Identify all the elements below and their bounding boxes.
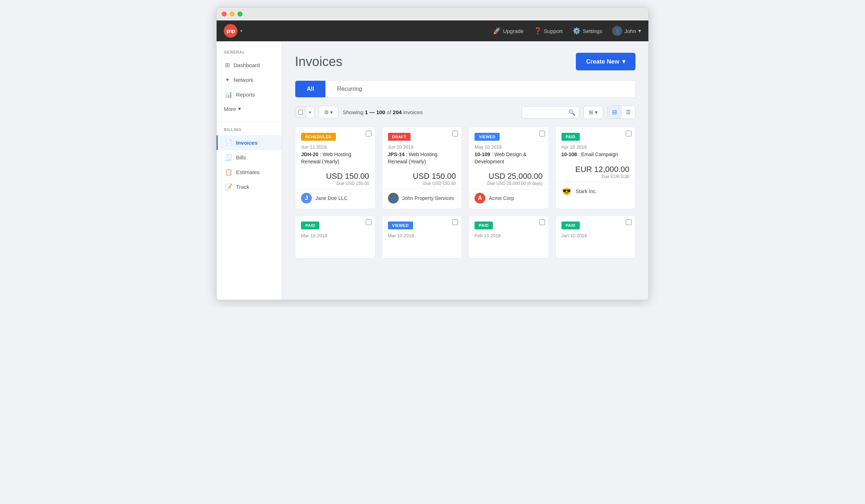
sidebar-item-reports[interactable]: 📊 Reports: [217, 87, 282, 102]
logo-caret-icon[interactable]: ▾: [240, 28, 242, 33]
card-checkbox[interactable]: [366, 219, 371, 225]
client-name: Acme Corp: [489, 195, 514, 201]
minimize-btn[interactable]: [230, 11, 235, 17]
bills-icon: 🧾: [225, 154, 232, 161]
logo[interactable]: pnp: [224, 24, 237, 38]
card-due: Due USD 25,000.00 (8 days): [475, 181, 543, 186]
card-checkbox[interactable]: [366, 131, 371, 136]
toolbar: ▾ ⚙ ▾ Showing 1 — 100 of 204 invoices 🔍: [295, 106, 635, 119]
tabs-bar: All Recurring: [295, 80, 635, 98]
select-all-checkbox[interactable]: [298, 110, 303, 115]
create-new-button[interactable]: Create New ▾: [576, 53, 635, 70]
tab-recurring[interactable]: Recurring: [325, 81, 373, 97]
showing-text: Showing 1 — 100 of 204 invoices: [343, 109, 517, 115]
sidebar-item-invoices[interactable]: 📄 Invoices: [217, 135, 282, 150]
card-amount: USD 150.00: [388, 172, 456, 181]
card-checkbox[interactable]: [626, 219, 632, 225]
bulk-actions-button[interactable]: ⚙ ▾: [319, 106, 338, 119]
card-amount: USD 150.00: [301, 172, 369, 181]
card-due: Due USD 150.00: [301, 181, 369, 186]
card-checkbox[interactable]: [539, 219, 545, 225]
maximize-btn[interactable]: [237, 11, 242, 17]
sidebar-item-bills[interactable]: 🧾 Bills: [217, 150, 282, 165]
sidebar-item-estimates[interactable]: 📋 Estimates: [217, 165, 282, 179]
card-date: Apr 10 2018: [561, 144, 630, 150]
card-due: Due USD 150.00: [388, 181, 456, 186]
support-button[interactable]: ❓ Support: [534, 27, 563, 35]
client-name: John Property Services: [402, 195, 454, 201]
invoices-icon: 📄: [225, 139, 232, 146]
avatar: 👤: [612, 26, 622, 36]
user-menu[interactable]: 👤 John ▾: [612, 26, 641, 36]
card-body: Jun 10 2018 JPS-14 : Web Hosting Renewal…: [382, 141, 462, 165]
card-amount-section: USD 150.00 Due USD 150.00: [382, 165, 462, 189]
avatar: 😎: [561, 186, 572, 197]
list-view-button[interactable]: ☰: [621, 106, 635, 118]
status-badge: PAID: [561, 133, 580, 141]
card-footer: 👤 John Property Services: [382, 189, 462, 209]
network-icon: ✦: [225, 76, 230, 84]
track-icon: 📝: [225, 183, 232, 191]
app-body: GENERAL ⊞ Dashboard ✦ Network 📊 Reports …: [217, 41, 648, 300]
invoice-card[interactable]: PAID Feb 10 2018: [468, 215, 549, 258]
client-name: Jane Doe LLC: [315, 195, 348, 201]
general-section-label: GENERAL: [217, 50, 282, 54]
status-badge: DRAFT: [388, 133, 411, 141]
status-badge: VIEWED: [475, 133, 500, 141]
card-date: Jun 11 2018: [301, 144, 369, 150]
main-content: Invoices Create New ▾ All Recurring ▾ ⚙: [282, 41, 648, 300]
avatar: J: [301, 193, 312, 204]
settings-button[interactable]: ⚙️ Settings: [573, 27, 602, 35]
card-checkbox[interactable]: [626, 131, 632, 136]
status-badge: VIEWED: [388, 221, 413, 229]
topnav-left: pnp ▾: [224, 24, 242, 38]
card-body: Jan 10 2018: [556, 229, 635, 238]
card-checkbox[interactable]: [452, 131, 458, 136]
card-date: Jun 10 2018: [388, 144, 456, 150]
invoice-card[interactable]: DRAFT Jun 10 2018 JPS-14 : Web Hosting R…: [382, 127, 462, 209]
gear-icon: ⚙: [324, 109, 329, 116]
status-badge: PAID: [301, 221, 319, 229]
tab-all[interactable]: All: [295, 81, 325, 97]
card-body: Mar 16 2018: [295, 229, 375, 238]
user-caret-icon: ▾: [638, 28, 641, 34]
card-amount: EUR 12,000.00: [561, 165, 630, 174]
close-btn[interactable]: [222, 11, 227, 17]
card-amount-section: USD 25,000.00 Due USD 25,000.00 (8 days): [469, 165, 549, 189]
question-icon: ❓: [534, 27, 542, 35]
invoice-card[interactable]: SCHEDULED Jun 11 2018 JDH-20 : Web Hosti…: [295, 127, 375, 209]
card-footer: A Acme Corp: [469, 189, 549, 209]
sidebar-more[interactable]: More ▾: [217, 102, 282, 116]
sidebar-item-label: Bills: [236, 154, 246, 160]
card-date: Mar 16 2018: [301, 233, 369, 238]
sidebar-item-label: Track: [236, 184, 249, 190]
upgrade-button[interactable]: 🚀 Upgrade: [493, 27, 524, 35]
card-footer: 😎 Stark Inc.: [556, 182, 635, 202]
invoice-card[interactable]: PAID Apr 10 2018 10-108 : Email Campaign…: [555, 127, 636, 209]
invoice-card[interactable]: VIEWED Mar 10 2018: [382, 215, 462, 258]
card-checkbox[interactable]: [452, 219, 458, 225]
card-checkbox[interactable]: [539, 131, 545, 136]
filter-icon: ⊞: [589, 109, 593, 116]
select-caret-button[interactable]: ▾: [306, 107, 314, 118]
titlebar: [217, 8, 648, 20]
sidebar-item-network[interactable]: ✦ Network: [217, 73, 282, 87]
sidebar-item-label: Dashboard: [233, 62, 260, 68]
filter-button[interactable]: ⊞ ▾: [583, 106, 603, 119]
sidebar-divider: [217, 121, 282, 122]
grid-view-button[interactable]: ⊟: [608, 106, 621, 118]
card-amount-section: EUR 12,000.00 Due EUR 0.00: [556, 158, 635, 182]
invoice-card[interactable]: PAID Jan 10 2018: [555, 215, 636, 258]
sidebar-item-label: Reports: [236, 92, 255, 98]
card-body: Jun 11 2018 JDH-20 : Web Hosting Renewal…: [295, 141, 375, 165]
card-footer: J Jane Doe LLC: [295, 189, 375, 209]
invoice-card[interactable]: VIEWED May 10 2018 10-109 : Web Design &…: [468, 127, 549, 209]
invoice-card[interactable]: PAID Mar 16 2018: [295, 215, 375, 258]
sidebar-item-label: Invoices: [236, 140, 258, 146]
topnav: pnp ▾ 🚀 Upgrade ❓ Support ⚙️ Settings 👤 …: [217, 20, 648, 41]
reports-icon: 📊: [225, 91, 232, 98]
sidebar-item-dashboard[interactable]: ⊞ Dashboard: [217, 58, 282, 73]
billing-section-label: BILLING: [217, 127, 282, 132]
sidebar-item-track[interactable]: 📝 Track: [217, 179, 282, 194]
card-body: May 10 2018 10-109 : Web Design & Develo…: [469, 141, 549, 165]
